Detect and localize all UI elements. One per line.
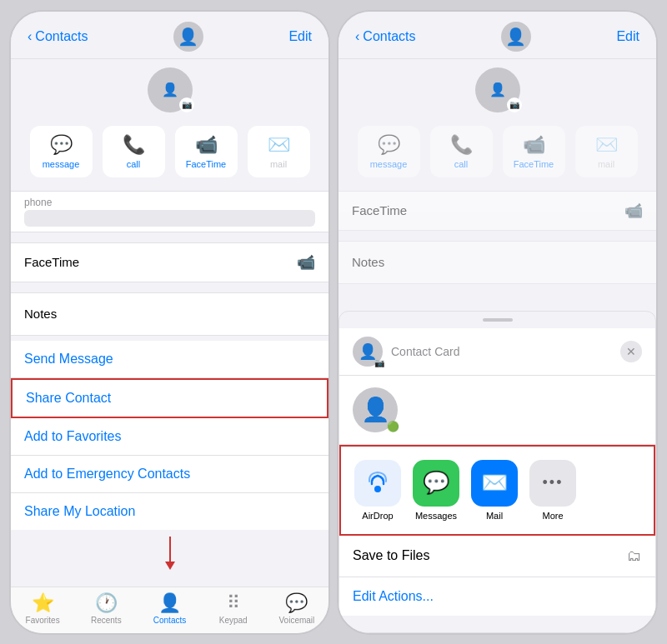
save-to-files-icon: 🗂: [627, 547, 642, 565]
left-facetime-row[interactable]: FaceTime 📹: [11, 243, 328, 282]
right-call-label: call: [454, 159, 469, 169]
mail-share-icon: ✉️: [481, 470, 508, 496]
right-nav-avatar: 👤: [501, 22, 531, 52]
person-icon: 👤: [178, 27, 198, 47]
right-avatar: 👤 📷: [475, 67, 520, 112]
save-to-files-label: Save to Files: [353, 548, 429, 563]
voicemail-label: Voicemail: [279, 616, 315, 625]
tab-recents[interactable]: 🕐 Recents: [74, 592, 138, 625]
notes-label: Notes: [24, 307, 57, 321]
right-chevron-icon: ‹: [355, 29, 359, 44]
right-call-button: 📞 call: [430, 126, 493, 177]
facetime-label: FaceTime: [186, 159, 227, 169]
add-emergency-label: Add to Emergency Contacts: [24, 467, 190, 481]
airdrop-icon-circle: [354, 460, 401, 507]
mail-button: ✉️ mail: [248, 126, 310, 177]
right-notes-row: Notes: [339, 242, 656, 283]
keypad-label: Keypad: [219, 616, 248, 625]
left-avatar-badge: 📷: [179, 97, 194, 112]
messages-icon: 💬: [423, 470, 449, 496]
large-avatar-area: 👤 🟢: [339, 376, 655, 445]
left-tab-bar: ⭐ Favorites 🕐 Recents 👤 Contacts ⠿ Keypa…: [11, 587, 328, 633]
share-sheet: 👤 📷 Contact Card ✕ 👤 🟢: [339, 311, 656, 633]
contacts-icon: 👤: [158, 592, 181, 614]
facetime-icon: 📹: [195, 134, 218, 156]
facetime-row-label: FaceTime: [24, 255, 79, 269]
right-call-icon: 📞: [450, 134, 473, 156]
add-favorites-row[interactable]: Add to Favorites: [11, 418, 328, 456]
right-facetime-icon: 📹: [523, 134, 545, 156]
share-location-label: Share My Location: [24, 504, 135, 518]
mail-icon-circle: ✉️: [471, 460, 518, 507]
sheet-avatar: 👤 📷: [353, 337, 383, 367]
edit-actions-row[interactable]: Edit Actions...: [339, 577, 655, 616]
favorites-icon: ⭐: [32, 592, 54, 614]
right-nav-bar: ‹ Contacts 👤 Edit: [339, 12, 656, 59]
right-edit-button[interactable]: Edit: [616, 29, 639, 44]
message-icon: 💬: [50, 134, 73, 156]
message-label: message: [43, 159, 80, 169]
share-icons-row: AirDrop 💬 Messages ✉️ Mail ••• More: [339, 445, 655, 536]
mail-share-label: Mail: [486, 511, 503, 521]
airdrop-share-item[interactable]: AirDrop: [354, 460, 401, 521]
add-emergency-row[interactable]: Add to Emergency Contacts: [11, 456, 328, 493]
right-message-icon: 💬: [378, 134, 400, 156]
left-phone-section: phone: [11, 191, 328, 232]
send-message-row[interactable]: Send Message: [11, 341, 328, 378]
left-phone: ‹ Contacts 👤 Edit 👤 📷 💬 message 📞 call 📹…: [9, 10, 330, 635]
right-facetime-row-icon: 📹: [624, 202, 643, 220]
facetime-row-icon: 📹: [297, 253, 315, 272]
arrow-line: [169, 537, 171, 562]
message-button[interactable]: 💬 message: [30, 126, 93, 177]
left-back-label: Contacts: [35, 29, 88, 44]
left-avatar: 👤 📷: [148, 67, 193, 112]
edit-actions-label: Edit Actions...: [353, 589, 434, 603]
messages-share-item[interactable]: 💬 Messages: [413, 460, 459, 521]
left-edit-button[interactable]: Edit: [288, 29, 312, 44]
call-button[interactable]: 📞 call: [103, 126, 165, 177]
right-person-large-icon: 👤: [489, 82, 506, 97]
left-avatar-section: 👤 📷: [11, 59, 328, 117]
tab-voicemail[interactable]: 💬 Voicemail: [265, 592, 328, 625]
send-message-label: Send Message: [24, 352, 113, 366]
right-message-button: 💬 message: [358, 126, 420, 177]
voicemail-icon: 💬: [285, 592, 308, 614]
right-phone: ‹ Contacts 👤 Edit 👤 📷 💬 message 📞 call 📹…: [337, 10, 658, 635]
share-contact-row[interactable]: Share Contact: [11, 378, 328, 418]
tab-contacts[interactable]: 👤 Contacts: [138, 592, 201, 625]
right-facetime-label: FaceTime: [514, 159, 554, 169]
large-sheet-avatar: 👤 🟢: [353, 387, 398, 432]
tab-favorites[interactable]: ⭐ Favorites: [11, 592, 74, 625]
right-mail-button: ✉️ mail: [575, 126, 638, 177]
large-person-icon: 👤: [361, 396, 390, 423]
arrow-indicator: [11, 530, 328, 570]
sheet-avatar-badge: 📷: [374, 358, 384, 367]
more-share-item[interactable]: ••• More: [529, 460, 576, 521]
left-action-buttons: 💬 message 📞 call 📹 FaceTime ✉️ mail: [11, 117, 328, 186]
recents-icon: 🕐: [95, 592, 118, 614]
arrow-head: [165, 562, 175, 570]
close-sheet-button[interactable]: ✕: [620, 341, 642, 362]
left-actions-list: Send Message Share Contact Add to Favori…: [11, 341, 328, 530]
contact-card-row: 👤 📷 Contact Card ✕: [339, 328, 655, 376]
phone-label: phone: [11, 192, 328, 210]
call-icon: 📞: [123, 134, 145, 156]
left-notes-section: Notes: [11, 292, 328, 336]
left-back-button[interactable]: ‹ Contacts: [28, 29, 88, 44]
right-notes-label: Notes: [352, 255, 384, 269]
right-back-button[interactable]: ‹ Contacts: [355, 29, 415, 44]
save-to-files-row[interactable]: Save to Files 🗂: [339, 536, 655, 577]
left-notes-row: Notes: [11, 293, 328, 335]
chevron-left-icon: ‹: [28, 29, 32, 44]
svg-point-0: [374, 486, 381, 492]
right-message-label: message: [370, 159, 408, 169]
mail-share-item[interactable]: ✉️ Mail: [471, 460, 518, 521]
share-location-row[interactable]: Share My Location: [11, 493, 328, 530]
facetime-button[interactable]: 📹 FaceTime: [175, 126, 238, 177]
right-action-buttons: 💬 message 📞 call 📹 FaceTime ✉️ mail: [339, 117, 656, 186]
close-icon: ✕: [626, 345, 636, 358]
contacts-label: Contacts: [153, 616, 186, 625]
tab-keypad[interactable]: ⠿ Keypad: [202, 592, 265, 625]
keypad-icon: ⠿: [227, 592, 240, 614]
right-mail-icon: ✉️: [595, 134, 618, 156]
